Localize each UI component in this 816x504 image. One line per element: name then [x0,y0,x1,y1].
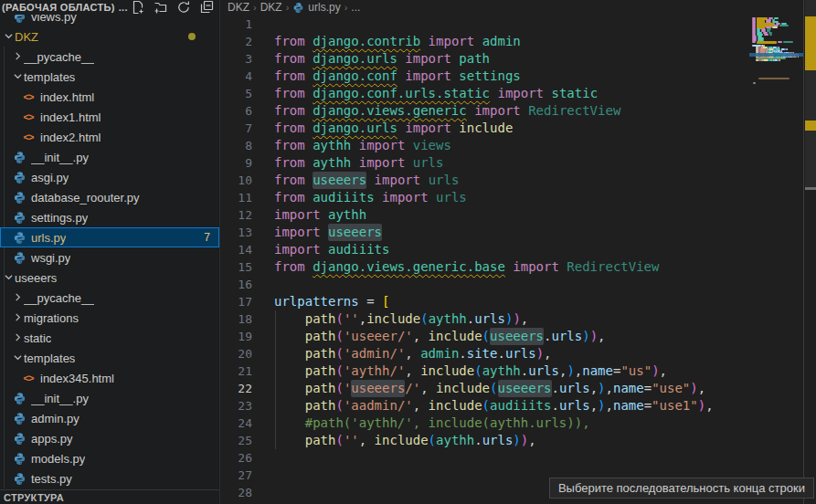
chevron-down-icon[interactable] [2,30,15,43]
code-line-7[interactable]: 7from django.urls import include [220,120,803,137]
tree-item-urls-py[interactable]: urls.py7 [0,227,219,247]
code-line-19[interactable]: 19 path('useeer/', include(useeers.urls)… [220,328,803,345]
minimap[interactable] [749,0,803,504]
tree-item-static[interactable]: static [0,328,219,348]
tree-item-database-roouter-py[interactable]: database_roouter.py [0,187,219,207]
explorer-actions [131,0,214,15]
tree-item-asgi-py[interactable]: asgi.py [0,167,219,187]
tree-item-apps-py[interactable]: apps.py [0,428,219,448]
code-line-4[interactable]: 4from django.conf import settings [220,68,803,85]
tree-item-index345-html[interactable]: <>index345.html [0,368,219,388]
tree-item-settings-py[interactable]: settings.py [0,207,219,227]
tree-item-index1-html[interactable]: <>index1.html [0,107,219,127]
tree-item-index2-html[interactable]: <>index2.html [0,127,219,147]
code-token: , [705,397,713,415]
code-token: include [436,380,490,397]
tree-item-admin-py[interactable]: admin.py [0,408,219,428]
code-line-20[interactable]: 20 path('admin/', admin.site.urls), [220,345,803,362]
code-token: import [382,189,429,206]
code-token [467,102,474,120]
code-line-2[interactable]: 2from django.contrib import admin [220,33,803,50]
breadcrumb-item[interactable]: DKZ [260,1,282,14]
code-line-5[interactable]: 5from django.conf.urls.static import sta… [220,85,803,102]
chevron-down-icon[interactable] [11,70,24,83]
line-number: 14 [220,241,274,258]
more-actions-icon[interactable]: ... [119,2,128,13]
code-line-9[interactable]: 9from aythh import urls [220,154,803,172]
code-line-25[interactable]: 25 path('', include(aythh.urls)), [220,432,803,449]
code-token: RedirectView [567,258,659,276]
collapse-all-icon[interactable] [199,0,214,15]
chevron-right-icon[interactable] [11,331,24,344]
chevron-right-icon[interactable] [11,291,24,304]
breadcrumb-item[interactable]: urls.py [308,1,340,14]
tree-item-templates[interactable]: templates [0,67,219,87]
problems-badge: 7 [204,231,210,244]
line-number: 16 [220,276,274,293]
new-file-icon[interactable] [131,0,145,15]
code-token [351,137,358,154]
code-line-14[interactable]: 14import audiiits [220,241,803,258]
chevron-right-icon[interactable] [11,50,24,63]
tree-item-wsgi-py[interactable]: wsgi.py [0,247,219,268]
code-token: from [274,154,305,172]
code-token [274,380,305,397]
code-token: ) [598,380,605,397]
breadcrumb-item[interactable]: DKZ [228,1,249,14]
outline-section-header[interactable]: СТРУКТУРА [0,489,219,504]
code-token [559,258,567,276]
chevron-down-icon[interactable] [2,271,15,284]
tree-item--pycache-[interactable]: __pycache__ [0,288,219,308]
code-token: 'admin/' [344,345,405,362]
code-token: useeers [328,224,382,241]
code-line-26[interactable]: 26 [220,449,803,467]
python-icon [292,2,304,14]
tree-item-label: index2.html [40,131,101,144]
code-line-24[interactable]: 24 #path('aythh/', include(aythh.urls)), [220,415,803,432]
ruler-marker [805,187,816,190]
code-line-22[interactable]: 22 path('useeers/', include(useeers.urls… [220,380,803,397]
tree-item-models-py[interactable]: models.py [0,448,219,468]
chevron-down-icon[interactable] [11,352,24,364]
code-token: urls [436,189,467,206]
scrollbar[interactable] [803,0,816,504]
code-line-18[interactable]: 18 path('',include(aythh.urls)), [220,310,803,328]
code-token: settings [459,68,520,85]
chevron-right-icon[interactable] [11,311,24,324]
code-token: import [513,258,559,276]
tree-item-templates[interactable]: templates [0,348,219,368]
code-line-23[interactable]: 23 path('aadmin/', include(audiiits.urls… [220,397,803,415]
line-number: 12 [220,206,274,224]
outline-label: СТРУКТУРА [4,492,64,503]
code-line-13[interactable]: 13import useeers [220,224,803,241]
tree-item-index-html[interactable]: <>index.html [0,87,219,107]
code-token [305,85,313,102]
code-line-1[interactable]: 1 [220,16,803,33]
code-line-10[interactable]: 10from useeers import urls [220,172,803,189]
line-number: 11 [220,189,274,206]
code-line-8[interactable]: 8from aythh import views [220,137,803,154]
tree-item-useeers[interactable]: useeers [0,268,219,288]
workspace-title: (РАБОЧАЯ ОБЛАСТЬ) [2,2,115,13]
code-line-12[interactable]: 12import aythh [220,206,803,224]
code-line-6[interactable]: 6from django.views.generic import Redire… [220,102,803,120]
code-line-3[interactable]: 3from django.urls import path [220,50,803,68]
minimap-line [769,34,773,36]
tree-item--init-py[interactable]: __init__.py [0,147,219,167]
tree-item-tests-py[interactable]: tests.py [0,468,219,488]
code-token: path [305,432,336,449]
code-line-21[interactable]: 21 path('aythh/', include(aythh.urls,),n… [220,362,803,380]
refresh-icon[interactable] [176,0,191,15]
code-line-16[interactable]: 16 [220,276,803,293]
tree-item--pycache-[interactable]: __pycache__ [0,47,219,67]
tree-item-dkz[interactable]: DKZ [0,26,219,47]
modified-dot [188,33,196,40]
minimap-line [757,41,778,44]
tree-item--init-py[interactable]: __init__.py [0,388,219,408]
code-line-15[interactable]: 15from django.views.generic.base import … [220,258,803,276]
code-line-17[interactable]: 17urlpatterns = [ [220,293,803,310]
code-line-11[interactable]: 11from audiiits import urls [220,189,803,206]
new-folder-icon[interactable] [154,0,168,15]
breadcrumb-item[interactable]: ... [351,1,360,14]
tree-item-migrations[interactable]: migrations [0,308,219,328]
